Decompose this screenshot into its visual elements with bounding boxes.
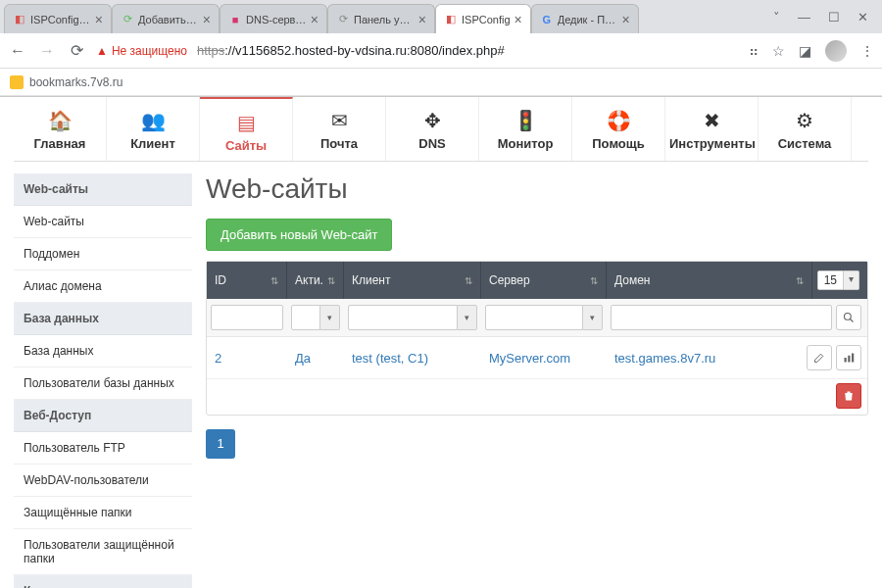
- url-display[interactable]: https://v1156852.hosted-by-vdsina.ru:808…: [197, 43, 739, 58]
- pencil-icon: [813, 352, 825, 364]
- nav-sites[interactable]: ▤ Сайты: [200, 97, 293, 161]
- col-domain[interactable]: Домен⇅: [607, 262, 812, 299]
- reload-icon[interactable]: ⟳: [67, 41, 86, 60]
- maximize-icon[interactable]: ☐: [828, 10, 840, 24]
- close-window-icon[interactable]: ✕: [858, 10, 868, 24]
- chevron-down-icon[interactable]: ▾: [844, 270, 859, 290]
- col-client[interactable]: Клиент⇅: [344, 262, 481, 299]
- svg-point-0: [845, 314, 852, 320]
- sidebar-item-db-users[interactable]: Пользователи базы данных: [14, 368, 192, 400]
- add-website-button[interactable]: Добавить новый Web-сайт: [206, 219, 392, 251]
- close-icon[interactable]: ×: [95, 13, 103, 26]
- forward-icon: →: [37, 42, 57, 60]
- nav-dns[interactable]: ✥ DNS: [386, 97, 479, 161]
- nav-home[interactable]: 🏠 Главная: [14, 97, 107, 161]
- nav-help[interactable]: 🛟 Помощь: [572, 97, 665, 161]
- translate-icon[interactable]: ⠶: [749, 43, 759, 59]
- filter-server-select[interactable]: ▾: [485, 305, 603, 330]
- extension-icon[interactable]: ◪: [799, 43, 811, 59]
- tab-title: DNS-серверы: [246, 14, 307, 25]
- bookmark-folder-icon: [10, 75, 24, 89]
- cell-domain[interactable]: test.games.8v7.ru: [607, 351, 807, 366]
- browser-tab[interactable]: ■ DNS-серверы ×: [220, 4, 327, 33]
- cell-active[interactable]: Да: [287, 351, 344, 366]
- edit-button[interactable]: [807, 345, 832, 370]
- filter-client-select[interactable]: ▾: [348, 305, 477, 330]
- home-icon: 🏠: [18, 109, 102, 132]
- sidebar-section-db: База данных: [14, 303, 192, 335]
- filter-id-input[interactable]: [211, 305, 283, 330]
- row-delete-area: [207, 379, 867, 415]
- nav-monitor[interactable]: 🚦 Монитор: [479, 97, 572, 161]
- browser-tab[interactable]: ◧ ISPConfig Host ×: [4, 4, 112, 33]
- close-icon[interactable]: ×: [311, 13, 318, 26]
- sidebar-item-alias[interactable]: Алиас домена: [14, 270, 192, 303]
- back-icon[interactable]: ←: [8, 42, 27, 60]
- not-secure-badge[interactable]: ▲ Не защищено: [96, 44, 187, 58]
- apply-filter-button[interactable]: [836, 305, 861, 330]
- nav-tools[interactable]: ✖ Инструменты: [665, 97, 759, 161]
- sort-icon: ⇅: [465, 275, 472, 286]
- favicon-icon: ⟳: [336, 13, 350, 26]
- sidebar-item-websites[interactable]: Web-сайты: [14, 206, 192, 238]
- dns-icon: ✥: [390, 109, 474, 132]
- cell-server[interactable]: MyServer.com: [481, 351, 607, 366]
- sort-icon: ⇅: [796, 275, 804, 286]
- minimize-icon[interactable]: —: [798, 10, 810, 24]
- nav-mail[interactable]: ✉ Почта: [293, 97, 386, 161]
- window-controls: ˅ — ☐ ✕: [760, 0, 882, 33]
- sidebar-item-webdav[interactable]: WebDAV-пользователи: [14, 465, 192, 497]
- browser-tab-active[interactable]: ◧ ISPConfig ×: [435, 4, 531, 33]
- nav-system[interactable]: ⚙ Система: [759, 97, 852, 161]
- favicon-icon: ■: [228, 13, 242, 26]
- page-1-button[interactable]: 1: [206, 429, 235, 459]
- star-icon[interactable]: ☆: [772, 43, 785, 59]
- close-icon[interactable]: ×: [418, 13, 426, 26]
- monitor-icon: 🚦: [483, 109, 567, 132]
- app-body: 🏠 Главная 👥 Клиент ▤ Сайты ✉ Почта ✥ DNS…: [0, 97, 882, 588]
- websites-table: ID⇅ Акти.⇅ Клиент⇅ Сервер⇅ Домен⇅ 15 ▾: [206, 261, 868, 416]
- tab-title: Панель управл: [354, 14, 415, 25]
- chevron-down-icon[interactable]: ˅: [773, 10, 780, 24]
- page-title: Web-сайты: [206, 173, 868, 205]
- sidebar-section-webaccess: Веб-Доступ: [14, 400, 192, 432]
- mail-icon: ✉: [297, 109, 381, 132]
- chevron-down-icon: ▾: [583, 305, 603, 330]
- sidebar-item-ftp[interactable]: Пользователь FTP: [14, 432, 192, 465]
- stats-button[interactable]: [836, 345, 861, 370]
- tab-title: ISPConfig: [462, 14, 511, 25]
- address-bar: ← → ⟳ ▲ Не защищено https://v1156852.hos…: [0, 33, 882, 69]
- client-icon: 👥: [111, 109, 195, 132]
- close-icon[interactable]: ×: [622, 13, 630, 26]
- col-active[interactable]: Акти.⇅: [287, 262, 344, 299]
- nav-client[interactable]: 👥 Клиент: [107, 97, 200, 161]
- profile-avatar[interactable]: [825, 40, 847, 62]
- table-row[interactable]: 2 Да test (test, C1) MyServer.com test.g…: [207, 337, 867, 379]
- bookmark-item[interactable]: bookmarks.7v8.ru: [29, 75, 122, 89]
- browser-tab[interactable]: ⟳ Панель управл ×: [327, 4, 435, 33]
- col-id[interactable]: ID⇅: [207, 262, 287, 299]
- browser-chrome: ◧ ISPConfig Host × ⟳ Добавить тов… × ■ D…: [0, 0, 882, 97]
- kebab-menu-icon[interactable]: ⋮: [860, 43, 874, 59]
- sidebar-item-protected-users[interactable]: Пользователи защищённой папки: [14, 529, 192, 575]
- tab-title: Добавить тов…: [138, 14, 199, 25]
- cell-id[interactable]: 2: [207, 351, 287, 366]
- close-icon[interactable]: ×: [514, 13, 522, 26]
- cell-client[interactable]: test (test, C1): [344, 351, 481, 366]
- sidebar-item-protected-folders[interactable]: Защищённые папки: [14, 497, 192, 529]
- page-size-value: 15: [817, 270, 844, 290]
- sidebar-item-subdomain[interactable]: Поддомен: [14, 238, 192, 270]
- filter-domain-input[interactable]: [611, 305, 832, 330]
- filter-active-select[interactable]: ▾: [291, 305, 340, 330]
- bars-icon: [843, 352, 855, 364]
- favicon-icon: ◧: [13, 13, 26, 26]
- page-size-selector[interactable]: 15 ▾: [812, 262, 867, 299]
- browser-tab[interactable]: G Дедик - Поиск ×: [531, 4, 639, 33]
- col-server[interactable]: Сервер⇅: [481, 262, 607, 299]
- close-icon[interactable]: ×: [203, 13, 211, 26]
- sidebar-item-db[interactable]: База данных: [14, 335, 192, 368]
- browser-tab[interactable]: ⟳ Добавить тов… ×: [112, 4, 220, 33]
- delete-button[interactable]: [836, 383, 861, 409]
- chevron-down-icon: ▾: [458, 305, 477, 330]
- svg-line-1: [851, 319, 854, 322]
